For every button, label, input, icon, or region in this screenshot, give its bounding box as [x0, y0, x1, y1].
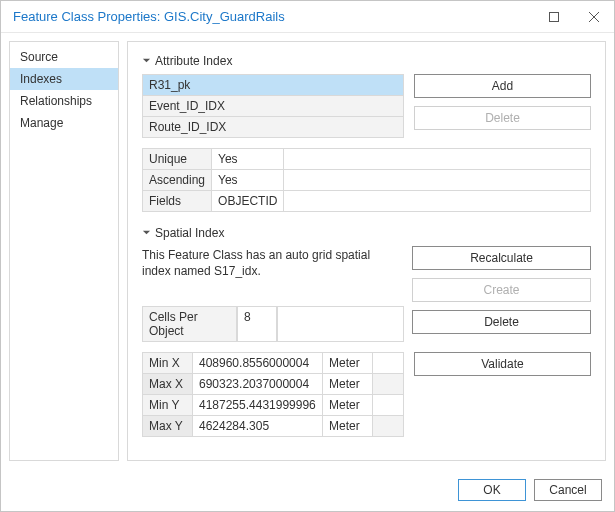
- add-button[interactable]: Add: [414, 74, 591, 98]
- attribute-index-props: Unique Yes Ascending Yes Fields OBJECTID: [142, 148, 591, 212]
- validate-col: Validate: [414, 352, 591, 376]
- create-button: Create: [412, 278, 591, 302]
- titlebar: Feature Class Properties: GIS.City_Guard…: [1, 1, 614, 33]
- close-icon: [589, 12, 599, 22]
- chevron-down-icon: [142, 54, 151, 68]
- main-panel: Attribute Index R31_pk Event_ID_IDX Rout…: [127, 41, 606, 461]
- attribute-index-row: R31_pk Event_ID_IDX Route_ID_IDX Add Del…: [142, 74, 591, 138]
- validate-button[interactable]: Validate: [414, 352, 591, 376]
- sidebar-item-source[interactable]: Source: [10, 46, 118, 68]
- extent-label: Min X: [143, 353, 193, 374]
- delete-attr-button: Delete: [414, 106, 591, 130]
- cells-per-object-row: Cells Per Object 8: [142, 306, 404, 342]
- unique-value: Yes: [212, 149, 284, 170]
- fields-label: Fields: [143, 191, 212, 212]
- cells-label: Cells Per Object: [142, 306, 237, 342]
- cells-value: 8: [237, 306, 277, 342]
- empty-cell: [373, 353, 404, 374]
- chevron-down-icon: [142, 226, 151, 240]
- maximize-button[interactable]: [534, 1, 574, 33]
- dialog-body: Source Indexes Relationships Manage Attr…: [1, 33, 614, 469]
- window-title: Feature Class Properties: GIS.City_Guard…: [13, 9, 534, 24]
- list-item[interactable]: R31_pk: [143, 75, 404, 96]
- list-item[interactable]: Route_ID_IDX: [143, 117, 404, 138]
- ok-button[interactable]: OK: [458, 479, 526, 501]
- extent-table: Min X 408960.8556000004 Meter Max X 6903…: [142, 352, 404, 437]
- extent-unit: Meter: [323, 395, 373, 416]
- extent-unit: Meter: [323, 416, 373, 437]
- sidebar: Source Indexes Relationships Manage: [9, 41, 119, 461]
- spatial-index-description: This Feature Class has an auto grid spat…: [142, 248, 402, 279]
- sidebar-item-relationships[interactable]: Relationships: [10, 90, 118, 112]
- spatial-index-buttons: Recalculate Create Delete: [412, 246, 591, 334]
- extent-value: 408960.8556000004: [193, 353, 323, 374]
- extent-value: 4624284.305: [193, 416, 323, 437]
- fields-value: OBJECTID: [212, 191, 284, 212]
- attribute-index-buttons: Add Delete: [414, 74, 591, 130]
- svg-rect-0: [550, 12, 559, 21]
- spatial-index-heading: Spatial Index: [155, 226, 224, 240]
- extent-label: Max Y: [143, 416, 193, 437]
- empty-cell: [373, 395, 404, 416]
- empty-cell: [373, 374, 404, 395]
- close-button[interactable]: [574, 1, 614, 33]
- attribute-index-list[interactable]: R31_pk Event_ID_IDX Route_ID_IDX: [142, 74, 404, 138]
- sidebar-item-manage[interactable]: Manage: [10, 112, 118, 134]
- ascending-value: Yes: [212, 170, 284, 191]
- empty-cell: [284, 170, 591, 191]
- empty-cell: [373, 416, 404, 437]
- attribute-index-header[interactable]: Attribute Index: [142, 54, 591, 68]
- empty-cell: [277, 306, 404, 342]
- sidebar-item-indexes[interactable]: Indexes: [10, 68, 118, 90]
- recalculate-button[interactable]: Recalculate: [412, 246, 591, 270]
- dialog: Feature Class Properties: GIS.City_Guard…: [0, 0, 615, 512]
- spatial-index-header[interactable]: Spatial Index: [142, 226, 591, 240]
- maximize-icon: [549, 12, 559, 22]
- empty-cell: [284, 149, 591, 170]
- empty-cell: [284, 191, 591, 212]
- extent-row: Min X 408960.8556000004 Meter Max X 6903…: [142, 352, 591, 437]
- extent-label: Min Y: [143, 395, 193, 416]
- extent-unit: Meter: [323, 374, 373, 395]
- dialog-footer: OK Cancel: [1, 469, 614, 511]
- attribute-index-heading: Attribute Index: [155, 54, 232, 68]
- extent-value: 4187255.4431999996: [193, 395, 323, 416]
- list-item[interactable]: Event_ID_IDX: [143, 96, 404, 117]
- extent-label: Max X: [143, 374, 193, 395]
- cancel-button[interactable]: Cancel: [534, 479, 602, 501]
- spatial-index-section: Spatial Index This Feature Class has an …: [142, 226, 591, 437]
- extent-value: 690323.2037000004: [193, 374, 323, 395]
- unique-label: Unique: [143, 149, 212, 170]
- delete-spatial-button[interactable]: Delete: [412, 310, 591, 334]
- ascending-label: Ascending: [143, 170, 212, 191]
- extent-unit: Meter: [323, 353, 373, 374]
